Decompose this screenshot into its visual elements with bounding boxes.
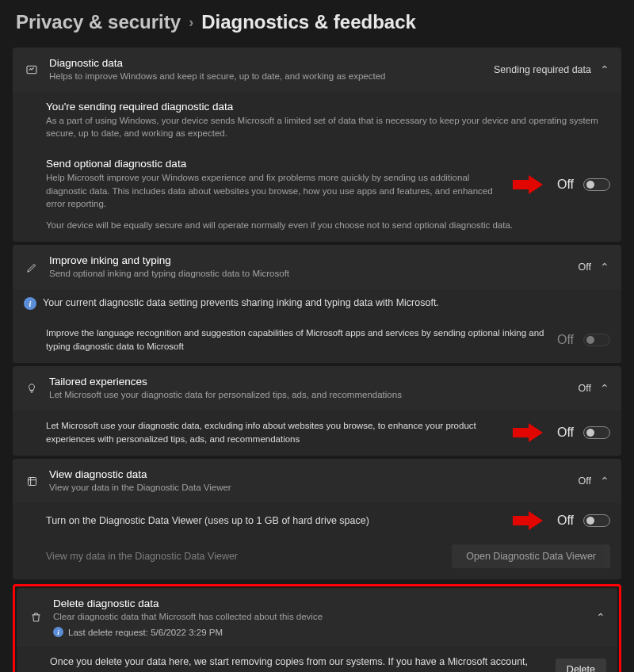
chevron-right-icon: › bbox=[189, 14, 193, 31]
breadcrumb: Privacy & security › Diagnostics & feedb… bbox=[13, 11, 621, 33]
inking-info: i Your current diagnostic data setting p… bbox=[13, 289, 621, 318]
diagnostic-title: Diagnostic data bbox=[49, 57, 484, 69]
tailored-title: Tailored experiences bbox=[49, 376, 569, 388]
inking-toggle bbox=[583, 334, 610, 346]
tailored-section: Tailored experiences Let Microsoft use y… bbox=[13, 366, 621, 456]
delete-button[interactable]: Delete bbox=[556, 659, 606, 672]
inking-title: Improve inking and typing bbox=[49, 254, 569, 266]
tailored-body-text: Let Microsoft use your diagnostic data, … bbox=[46, 419, 503, 445]
optional-title: Send optional diagnostic data bbox=[46, 158, 503, 170]
tailored-body-state: Off bbox=[557, 426, 574, 440]
chevron-up-icon: ⌃ bbox=[599, 382, 610, 395]
open-viewer-button: Open Diagnostic Data Viewer bbox=[452, 544, 610, 568]
view-body-text: Turn on the Diagnostic Data Viewer (uses… bbox=[46, 515, 503, 526]
delete-section: Delete diagnostic data Clear diagnostic … bbox=[17, 588, 617, 672]
delete-body: Once you delete your data here, we start… bbox=[17, 647, 617, 672]
breadcrumb-parent[interactable]: Privacy & security bbox=[16, 11, 181, 33]
tailored-header[interactable]: Tailored experiences Let Microsoft use y… bbox=[13, 366, 621, 411]
inking-body-state: Off bbox=[557, 333, 574, 347]
view-state: Off bbox=[579, 475, 591, 487]
required-text: As a part of using Windows, your device … bbox=[46, 114, 610, 140]
tailored-toggle[interactable] bbox=[583, 426, 610, 439]
view-toggle[interactable] bbox=[583, 514, 610, 527]
tailored-body: Let Microsoft use your diagnostic data, … bbox=[13, 410, 621, 455]
chevron-up-icon: ⌃ bbox=[599, 261, 610, 273]
last-delete-text: Last delete request: 5/6/2022 3:29 PM bbox=[68, 628, 223, 637]
delete-highlight-box: Delete diagnostic data Clear diagnostic … bbox=[13, 584, 621, 672]
view-body-state: Off bbox=[557, 514, 574, 528]
optional-toggle[interactable] bbox=[583, 178, 610, 191]
chevron-up-icon: ⌃ bbox=[599, 63, 610, 76]
tailored-subtitle: Let Microsoft use your diagnostic data f… bbox=[49, 388, 569, 402]
delete-header[interactable]: Delete diagnostic data Clear diagnostic … bbox=[17, 588, 617, 647]
tailored-state: Off bbox=[579, 383, 591, 394]
inking-header[interactable]: Improve inking and typing Send optional … bbox=[13, 245, 621, 290]
optional-data-body: Send optional diagnostic data Help Micro… bbox=[13, 150, 621, 242]
diagnostic-icon bbox=[24, 63, 40, 76]
required-title: You're sending required diagnostic data bbox=[46, 101, 610, 113]
data-icon bbox=[24, 475, 40, 487]
lightbulb-icon bbox=[24, 382, 40, 395]
callout-arrow-icon bbox=[513, 511, 544, 530]
info-icon: i bbox=[53, 627, 63, 637]
callout-arrow-icon bbox=[513, 175, 544, 194]
diagnostic-data-header[interactable]: Diagnostic data Helps to improve Windows… bbox=[13, 48, 621, 93]
view-header[interactable]: View diagnostic data View your data in t… bbox=[13, 459, 621, 504]
inking-body-text: Improve the language recognition and sug… bbox=[46, 326, 548, 353]
callout-arrow-icon bbox=[513, 423, 544, 442]
inking-state: Off bbox=[579, 262, 591, 273]
view-data-link: View my data in the Diagnostic Data View… bbox=[13, 543, 238, 570]
inking-body: Improve the language recognition and sug… bbox=[13, 318, 621, 362]
delete-subtitle: Clear diagnostic data that Microsoft has… bbox=[53, 610, 586, 624]
chevron-up-icon: ⌃ bbox=[595, 611, 606, 624]
inking-section: Improve inking and typing Send optional … bbox=[13, 245, 621, 363]
page-title: Diagnostics & feedback bbox=[201, 11, 416, 33]
delete-title: Delete diagnostic data bbox=[53, 598, 586, 609]
optional-text: Help Microsoft improve your Windows expe… bbox=[46, 171, 503, 211]
optional-state: Off bbox=[557, 178, 574, 192]
info-icon: i bbox=[24, 297, 36, 310]
inking-subtitle: Send optional inking and typing diagnost… bbox=[49, 267, 569, 281]
view-section: View diagnostic data View your data in t… bbox=[13, 459, 621, 580]
view-subtitle: View your data in the Diagnostic Data Vi… bbox=[49, 481, 569, 494]
inking-info-text: Your current diagnostic data setting pre… bbox=[43, 297, 439, 308]
optional-note: Your device will be equally secure and w… bbox=[46, 219, 610, 232]
chevron-up-icon: ⌃ bbox=[599, 475, 610, 487]
svg-rect-1 bbox=[28, 477, 36, 485]
diagnostic-subtitle: Helps to improve Windows and keep it sec… bbox=[49, 70, 484, 83]
trash-icon bbox=[28, 611, 44, 624]
delete-body-text: Once you delete your data here, we start… bbox=[50, 655, 546, 672]
pen-icon bbox=[24, 262, 40, 273]
view-title: View diagnostic data bbox=[49, 468, 569, 480]
required-data-body: You're sending required diagnostic data … bbox=[13, 93, 621, 150]
diagnostic-status: Sending required data bbox=[494, 64, 591, 75]
view-body: Turn on the Diagnostic Data Viewer (uses… bbox=[13, 503, 621, 540]
diagnostic-data-section: Diagnostic data Helps to improve Windows… bbox=[13, 48, 621, 242]
